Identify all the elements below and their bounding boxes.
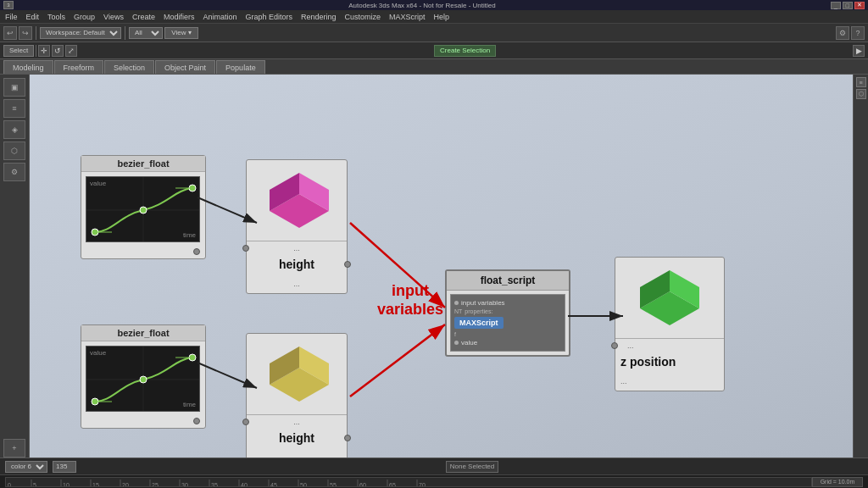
menu-customize[interactable]: Customize: [345, 13, 381, 21]
view-select[interactable]: View ▾: [164, 27, 198, 39]
main-content: ▣ ≡ ◈ ⬡ ⚙ +: [0, 75, 868, 458]
sep: [36, 45, 36, 57]
svg-text:10: 10: [63, 482, 70, 487]
grid-label: Grid = 10.0m: [821, 479, 855, 485]
bezier2-out-port: [193, 418, 200, 424]
panel-btn1[interactable]: ▣: [3, 78, 25, 97]
svg-text:55: 55: [330, 482, 337, 487]
height-node-2[interactable]: ... height ...: [246, 333, 348, 458]
svg-text:5: 5: [33, 482, 36, 487]
mode-dropdown[interactable]: All: [129, 27, 163, 39]
tab-freeform[interactable]: Freeform: [54, 60, 104, 74]
tab-object-paint[interactable]: Object Paint: [155, 60, 215, 74]
float-script-node[interactable]: float_script input variables NT properti…: [445, 269, 570, 357]
fs-properties: properties:: [465, 308, 492, 314]
height1-preview: [247, 160, 347, 241]
tab-modeling[interactable]: Modeling: [3, 60, 53, 74]
help-btn[interactable]: ?: [851, 26, 865, 40]
svg-text:65: 65: [389, 482, 396, 487]
settings-btn[interactable]: ⚙: [836, 26, 849, 40]
separator: [36, 26, 36, 40]
left-panel: ▣ ≡ ◈ ⬡ ⚙ +: [0, 75, 30, 458]
move-btn[interactable]: ✛: [38, 45, 50, 57]
svg-text:70: 70: [419, 482, 426, 487]
menu-maxscript[interactable]: MAXScript: [389, 13, 426, 21]
color-select[interactable]: color 6: [5, 461, 47, 473]
menu-help[interactable]: Help: [434, 13, 450, 21]
zpos-name-row: z position: [615, 352, 724, 371]
menu-edit[interactable]: Edit: [26, 13, 40, 21]
menu-modifiers[interactable]: Modifiers: [164, 13, 195, 21]
svg-text:40: 40: [241, 482, 248, 487]
right-panel: ≡ ⬡: [853, 75, 868, 458]
svg-text:15: 15: [92, 482, 99, 487]
bezier1-port-row: [81, 247, 205, 258]
menu-create[interactable]: Create: [132, 13, 155, 21]
height-node-1[interactable]: ... height ...: [246, 159, 348, 294]
height2-out-port: [344, 435, 351, 441]
panel-btn5[interactable]: ⚙: [3, 163, 25, 181]
bezier-float-node-1[interactable]: bezier_float value time: [81, 155, 206, 259]
redo-btn[interactable]: ↪: [19, 26, 32, 40]
create-selection-btn[interactable]: Create Selection: [434, 45, 496, 57]
ruler-svg: 0 5 10 15 20 25 30 35 40 45 50 55 60: [6, 480, 811, 487]
title-bar: 3 Autodesk 3ds Max x64 - Not for Resale …: [0, 0, 868, 10]
annotation-line2: variables: [377, 301, 443, 318]
panel-btn-bottom[interactable]: +: [3, 439, 25, 458]
separator2: [125, 26, 125, 40]
menu-tools[interactable]: Tools: [47, 13, 65, 21]
tab-bar: Modeling Freeform Selection Object Paint…: [0, 59, 868, 75]
height1-label-row: ...: [247, 241, 347, 255]
svg-text:50: 50: [300, 482, 307, 487]
render-btn[interactable]: ▶: [853, 45, 865, 57]
svg-text:60: 60: [359, 482, 366, 487]
workspace-dropdown[interactable]: Workspace: Default: [40, 27, 121, 39]
menu-animation[interactable]: Animation: [203, 13, 236, 21]
window-title: Autodesk 3ds Max x64 - Not for Resale - …: [348, 2, 495, 9]
panel-btn2[interactable]: ≡: [3, 99, 25, 118]
right-btn1[interactable]: ≡: [856, 77, 866, 87]
menu-file[interactable]: File: [5, 13, 18, 21]
cube3-svg: [627, 262, 712, 334]
maximize-btn[interactable]: □: [843, 2, 853, 9]
svg-line-4: [350, 223, 445, 308]
right-btn2[interactable]: ⬡: [856, 89, 866, 99]
bezier-float-node-2[interactable]: bezier_float value time: [81, 324, 206, 429]
bezier2-title: bezier_float: [81, 325, 205, 341]
rotate-btn[interactable]: ↺: [52, 45, 64, 57]
timeline-ruler[interactable]: 0 5 10 15 20 25 30 35 40 45 50 55 60: [5, 477, 812, 487]
menu-bar: File Edit Tools Group Views Create Modif…: [0, 10, 868, 24]
zpos-node[interactable]: ... z position ...: [615, 257, 725, 391]
menu-graph-editors[interactable]: Graph Editors: [245, 13, 292, 21]
zpos-in-port: [611, 342, 618, 349]
close-btn[interactable]: ✕: [854, 2, 865, 9]
tab-populate[interactable]: Populate: [216, 60, 265, 74]
node-canvas[interactable]: bezier_float value time: [30, 75, 853, 458]
menu-views[interactable]: Views: [103, 13, 124, 21]
fs-value-label: value: [461, 339, 477, 347]
svg-text:35: 35: [211, 482, 218, 487]
annotation-label: input variables: [377, 282, 443, 319]
tab-selection[interactable]: Selection: [104, 60, 154, 74]
bezier1-graph: value time: [86, 176, 200, 242]
fs-maxscript-label[interactable]: MAXScript: [454, 317, 504, 329]
undo-btn[interactable]: ↩: [3, 26, 17, 40]
height2-dots-top: ...: [293, 418, 300, 426]
svg-point-10: [140, 207, 147, 214]
minimize-btn[interactable]: _: [831, 2, 841, 9]
panel-btn3[interactable]: ◈: [3, 120, 25, 139]
float-script-title: float_script: [447, 271, 569, 291]
fs-f: f: [454, 331, 456, 337]
fs-row3: f: [454, 330, 561, 338]
panel-btn4[interactable]: ⬡: [3, 141, 25, 160]
zpos-preview: [615, 258, 724, 338]
bezier1-out-port: [193, 248, 200, 255]
color-value-input[interactable]: [53, 461, 76, 473]
menu-group[interactable]: Group: [74, 13, 95, 21]
select-btn[interactable]: Select: [3, 45, 34, 57]
none-selected-label: None Selected: [446, 461, 498, 473]
bezier2-port-row: [81, 416, 205, 428]
menu-rendering[interactable]: Rendering: [301, 13, 337, 21]
scale-btn[interactable]: ⤢: [65, 45, 77, 57]
svg-point-17: [140, 376, 147, 383]
